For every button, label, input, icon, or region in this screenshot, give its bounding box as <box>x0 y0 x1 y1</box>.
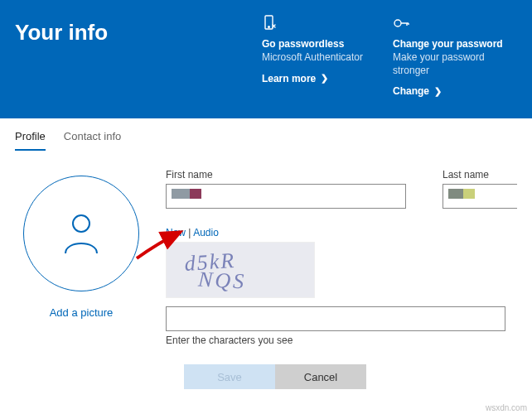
card-changepw-sub: Make your password stronger <box>393 51 517 77</box>
key-icon <box>393 15 517 33</box>
svg-point-2 <box>394 20 401 26</box>
card-changepw-title: Change your password <box>393 38 517 50</box>
header-cards: Go passwordless Microsoft Authenticator … <box>262 15 517 97</box>
svg-point-3 <box>73 215 89 232</box>
avatar-placeholder <box>23 176 139 291</box>
cancel-button[interactable]: Cancel <box>275 364 366 389</box>
tabs: Profile Contact info <box>0 118 532 151</box>
tab-contact-info[interactable]: Contact info <box>64 130 121 151</box>
card-passwordless-title: Go passwordless <box>262 38 363 50</box>
last-name-label: Last name <box>443 169 517 181</box>
avatar-column: Add a picture <box>15 169 148 346</box>
card-passwordless-sub: Microsoft Authenticator <box>262 51 363 65</box>
person-icon <box>60 210 102 257</box>
first-name-field-group: First name <box>166 169 406 209</box>
captcha-audio-link[interactable]: Audio <box>193 227 219 238</box>
captcha-section: New | Audio d5kR NQS Enter the character… <box>166 227 517 346</box>
captcha-hint: Enter the characters you see <box>166 335 517 346</box>
tab-profile[interactable]: Profile <box>15 130 46 151</box>
add-picture-link[interactable]: Add a picture <box>15 306 148 319</box>
first-name-input[interactable] <box>166 184 406 209</box>
captcha-image: d5kR NQS <box>166 242 315 298</box>
first-name-label: First name <box>166 169 406 181</box>
change-link[interactable]: Change ❯ <box>393 85 442 97</box>
device-icon <box>262 15 363 33</box>
button-row: Save Cancel <box>0 364 532 389</box>
chevron-right-icon: ❯ <box>321 73 328 84</box>
captcha-input[interactable] <box>166 306 505 331</box>
last-name-field-group: Last name <box>443 169 517 209</box>
captcha-controls: New | Audio <box>166 227 517 238</box>
captcha-new-link[interactable]: New <box>166 227 186 238</box>
page-title: Your info <box>15 15 262 97</box>
card-change-password: Change your password Make your password … <box>393 15 517 97</box>
last-name-input[interactable] <box>443 184 517 209</box>
header-banner: Your info Go passwordless Microsoft Auth… <box>0 0 532 118</box>
save-button[interactable]: Save <box>184 364 275 389</box>
svg-text:NQS: NQS <box>196 267 247 294</box>
learn-more-link[interactable]: Learn more ❯ <box>262 73 328 84</box>
chevron-right-icon: ❯ <box>434 86 442 97</box>
change-label: Change <box>393 85 429 97</box>
content-area: Add a picture First name Last name New |… <box>0 151 532 354</box>
svg-point-1 <box>268 26 270 28</box>
learn-more-label: Learn more <box>262 73 316 84</box>
card-passwordless: Go passwordless Microsoft Authenticator … <box>262 15 363 97</box>
form-column: First name Last name New | Audio d5kR NQ… <box>166 169 517 346</box>
